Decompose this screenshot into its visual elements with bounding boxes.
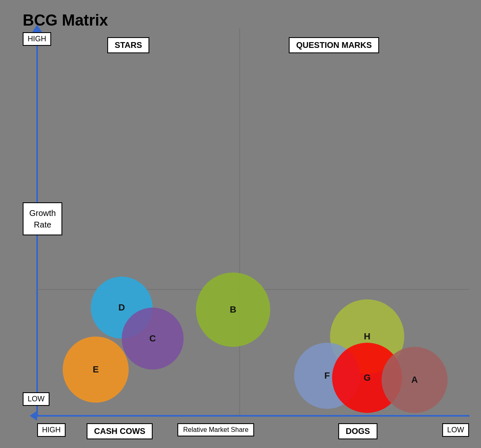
x-low-label: LOW xyxy=(442,423,469,437)
question-marks-label: QUESTION MARKS xyxy=(289,37,379,53)
x-axis-arrow-left xyxy=(30,411,37,421)
dogs-label: DOGS xyxy=(338,423,377,439)
bubble-A: A xyxy=(382,347,448,413)
x-high-label: HIGH xyxy=(37,423,66,437)
bubble-B: B xyxy=(196,273,270,347)
bubble-C: C xyxy=(122,308,184,370)
bcg-matrix-chart: BCG Matrix HIGH LOW HIGH LOW GrowthRate … xyxy=(0,0,481,448)
y-axis-arrow xyxy=(32,25,42,32)
stars-label: STARS xyxy=(107,37,149,53)
bubble-E: E xyxy=(63,337,129,403)
x-axis xyxy=(36,415,469,417)
y-high-label: HIGH xyxy=(23,32,51,46)
growth-rate-label: GrowthRate xyxy=(23,202,62,235)
y-low-label: LOW xyxy=(23,392,50,406)
cash-cows-label: CASH COWS xyxy=(87,423,153,439)
rel-market-share-label: Relative Market Share xyxy=(177,423,254,436)
vertical-divider xyxy=(239,28,240,416)
